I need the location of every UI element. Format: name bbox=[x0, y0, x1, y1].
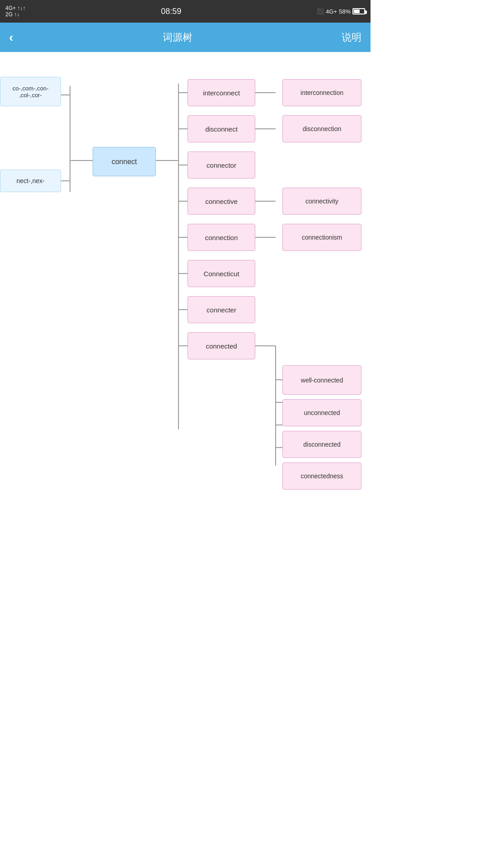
battery-icon bbox=[352, 8, 365, 14]
network-info: 4G+ ↑↓↑ 2G ↑↓ bbox=[5, 5, 25, 18]
l2-disconnected[interactable]: disconnected bbox=[282, 431, 361, 458]
back-button[interactable]: ‹ bbox=[9, 30, 13, 45]
vibrate-icon: ⬛ bbox=[317, 8, 324, 15]
l2-interconnection[interactable]: interconnection bbox=[282, 79, 361, 106]
battery-percent: 58% bbox=[339, 8, 351, 15]
l2-unconnected[interactable]: unconnected bbox=[282, 399, 361, 426]
network-right-label: 4G+ bbox=[326, 8, 337, 15]
l1-connector[interactable]: connector bbox=[188, 151, 255, 179]
l2-connectionism[interactable]: connectionism bbox=[282, 224, 361, 251]
prefix-node-2[interactable]: nect-,nex- bbox=[0, 170, 61, 192]
network-4g: 4G+ ↑↓↑ bbox=[5, 5, 25, 11]
l1-connecticut[interactable]: Connecticut bbox=[188, 260, 255, 287]
prefix-node-1[interactable]: co-,com-,con- ,col-,cor- bbox=[0, 77, 61, 106]
status-right-icons: ⬛ 4G+ 58% bbox=[317, 8, 365, 15]
root-node[interactable]: connect bbox=[93, 147, 156, 176]
explain-button[interactable]: 说明 bbox=[342, 31, 361, 44]
tree-content: co-,com-,con- ,col-,cor- nect-,nex- conn… bbox=[0, 52, 371, 472]
l1-disconnect[interactable]: disconnect bbox=[188, 115, 255, 142]
network-2g: 2G ↑↓ bbox=[5, 11, 25, 18]
page-title: 词源树 bbox=[163, 31, 192, 44]
time-display: 08:59 bbox=[161, 7, 181, 16]
l1-connection[interactable]: connection bbox=[188, 224, 255, 251]
l1-connective[interactable]: connective bbox=[188, 188, 255, 215]
l1-connected[interactable]: connected bbox=[188, 332, 255, 359]
header: ‹ 词源树 说明 bbox=[0, 23, 371, 52]
l1-interconnect[interactable]: interconnect bbox=[188, 79, 255, 106]
l2-well-connected[interactable]: well-connected bbox=[282, 365, 361, 395]
status-bar: 4G+ ↑↓↑ 2G ↑↓ 08:59 ⬛ 4G+ 58% bbox=[0, 0, 371, 23]
l1-connecter[interactable]: connecter bbox=[188, 296, 255, 323]
l2-disconnection[interactable]: disconnection bbox=[282, 115, 361, 142]
tree-wrapper: co-,com-,con- ,col-,cor- nect-,nex- conn… bbox=[0, 59, 371, 466]
l2-connectedness[interactable]: connectedness bbox=[282, 462, 361, 490]
l2-connectivity[interactable]: connectivity bbox=[282, 188, 361, 215]
